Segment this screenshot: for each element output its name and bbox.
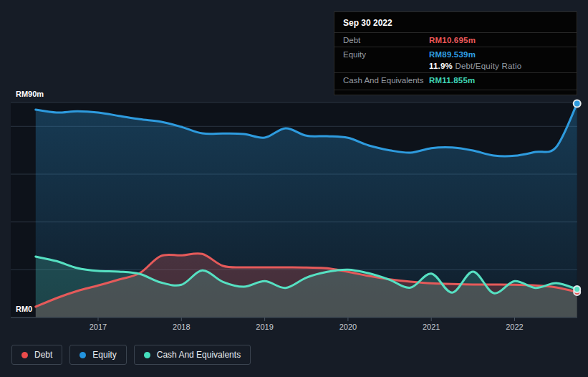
debt-equity-history-chart-panel: 201720182019202020212022RM90mRM0 Sep 30 … [0, 0, 588, 377]
tooltip-row-value: RM11.855m [429, 76, 475, 85]
legend-item-equity[interactable]: Equity [69, 345, 126, 365]
tooltip-row: 11.9% Debt/Equity Ratio [334, 61, 577, 72]
tooltip-row-value: RM10.695m [429, 36, 476, 44]
x-axis-label: 2021 [423, 323, 440, 331]
y-axis-label: RM90m [16, 90, 44, 98]
chart-tooltip: Sep 30 2022 DebtRM10.695mEquityRM89.539m… [334, 11, 577, 95]
x-axis-label: 2019 [256, 323, 273, 331]
tooltip-row-label: Debt [343, 36, 429, 44]
debt-equity-ratio-label: Debt/Equity Ratio [453, 62, 521, 70]
chart-legend: DebtEquityCash And Equivalents [11, 345, 251, 365]
x-axis-label: 2022 [506, 323, 523, 331]
legend-item-debt[interactable]: Debt [11, 345, 62, 365]
tooltip-row-label: Cash And Equivalents [343, 76, 429, 85]
x-axis-label: 2018 [173, 323, 190, 331]
x-axis-label: 2020 [339, 323, 357, 331]
cash-and-equivalents-dot-icon [144, 352, 150, 358]
tooltip-date: Sep 30 2022 [334, 12, 577, 32]
y-axis-label: RM0 [16, 305, 32, 313]
debt-equity-ratio-value: 11.9% [429, 62, 453, 70]
cash-and-equivalents-end-marker [574, 286, 580, 292]
legend-item-cash-and-equivalents[interactable]: Cash And Equivalents [134, 345, 251, 365]
legend-item-label: Debt [34, 350, 52, 360]
tooltip-row-value: 11.9% Debt/Equity Ratio [429, 62, 521, 70]
legend-item-label: Equity [92, 350, 116, 360]
tooltip-row-value: RM89.539m [429, 50, 476, 59]
x-axis-label: 2017 [90, 323, 107, 331]
equity-dot-icon [79, 352, 86, 358]
tooltip-bottom-rule [334, 90, 577, 90]
debt-dot-icon [21, 352, 28, 358]
tooltip-row-label: Equity [343, 50, 429, 59]
legend-item-label: Cash And Equivalents [157, 350, 241, 360]
tooltip-row: EquityRM89.539m [334, 47, 577, 61]
tooltip-row: DebtRM10.695m [334, 32, 577, 47]
tooltip-row: Cash And EquivalentsRM11.855m [334, 72, 577, 87]
equity-end-marker [574, 100, 581, 108]
tooltip-rows: DebtRM10.695mEquityRM89.539m11.9% Debt/E… [334, 32, 577, 87]
